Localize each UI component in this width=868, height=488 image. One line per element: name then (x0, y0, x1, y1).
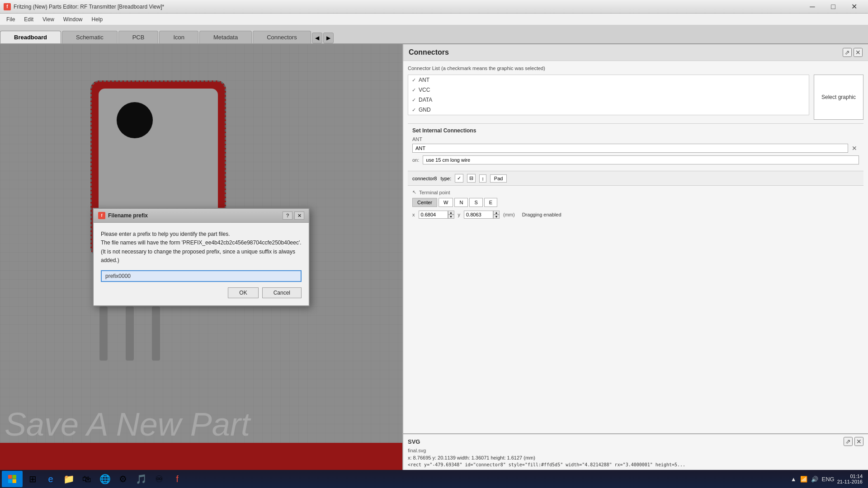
title-bar: f Fritzing (New) Parts Editor: RF Transm… (0, 0, 868, 14)
connector-id-label: connector8 (412, 176, 437, 181)
y-label: y (458, 212, 461, 217)
modal-ok-button[interactable]: OK (228, 287, 258, 298)
taskbar-clock[interactable]: 01:14 21-11-2016 (837, 474, 866, 484)
start-button[interactable] (2, 471, 23, 487)
connectors-list-label: Connector List (a checkmark means the gr… (408, 66, 863, 71)
media-button[interactable]: 🎵 (133, 471, 149, 487)
explorer-button[interactable]: 📁 (61, 471, 77, 487)
select-graphic-button[interactable]: Select graphic (814, 75, 863, 120)
svg-title: SVG (408, 438, 420, 445)
svg-rect-1 (13, 475, 17, 479)
menu-view[interactable]: View (38, 15, 59, 23)
y-decrement-button[interactable]: ▼ (493, 215, 500, 219)
ic-description-input[interactable] (423, 155, 859, 164)
menu-bar: File Edit View Window Help (0, 14, 868, 25)
ic-name-input[interactable] (412, 144, 848, 153)
menu-edit[interactable]: Edit (19, 15, 38, 23)
connector-row-data[interactable]: ✓ DATA (408, 95, 809, 105)
tab-breadboard[interactable]: Breadboard (0, 31, 61, 43)
arduino-button[interactable]: ♾ (151, 471, 167, 487)
tab-metadata[interactable]: Metadata (199, 31, 252, 43)
x-label: x (412, 212, 415, 217)
type-label-text: type: (440, 176, 451, 181)
x-decrement-button[interactable]: ▼ (448, 215, 454, 219)
ie-button[interactable]: e (42, 471, 59, 487)
y-spinner: ▲ ▼ (464, 211, 500, 219)
dir-s-button[interactable]: S (469, 198, 482, 207)
settings-button[interactable]: ⚙ (115, 471, 131, 487)
connector-row-gnd[interactable]: ✓ GND (408, 105, 809, 115)
svg-close-button[interactable]: ✕ (854, 437, 863, 446)
dir-w-button[interactable]: W (439, 198, 453, 207)
internal-connections-section: Set Internal Connections ANT ✕ on: (408, 123, 863, 171)
clock-time: 01:14 (837, 474, 863, 479)
modal-help-button[interactable]: ? (283, 211, 292, 220)
tray-expand-icon[interactable]: ▲ (790, 476, 797, 483)
volume-icon[interactable]: 🔊 (810, 476, 819, 483)
modal-cancel-button[interactable]: Cancel (262, 287, 302, 298)
y-increment-button[interactable]: ▲ (493, 211, 500, 215)
svg-rect-2 (8, 479, 12, 483)
tab-connectors[interactable]: Connectors (253, 31, 311, 43)
svg-rect-0 (8, 475, 12, 479)
lang-icon[interactable]: ENG (821, 476, 835, 483)
tab-scroll-left[interactable]: ◀ (312, 33, 322, 43)
right-panel: Connectors ⇗ ✕ Connector List (a checkma… (402, 44, 868, 470)
svg-header: SVG ⇗ ✕ (408, 437, 863, 446)
menu-help[interactable]: Help (87, 15, 108, 23)
ic-description-row: on: (412, 155, 859, 164)
tab-scroll-right[interactable]: ▶ (323, 33, 334, 43)
x-input[interactable] (419, 211, 448, 219)
pad-badge: Pad (490, 174, 507, 183)
modal-icon: f (98, 212, 105, 219)
ic-delete-button[interactable]: ✕ (850, 144, 859, 153)
window-controls: ─ □ ✕ (802, 0, 864, 14)
terminal-direction-buttons: Center W N S E (412, 198, 859, 207)
x-increment-button[interactable]: ▲ (448, 211, 454, 215)
modal-close-button[interactable]: ✕ (294, 211, 304, 220)
tab-pcb[interactable]: PCB (118, 31, 159, 43)
dir-center-button[interactable]: Center (412, 198, 437, 207)
svg-expand-button[interactable]: ⇗ (844, 437, 853, 446)
dir-n-button[interactable]: N (454, 198, 468, 207)
close-button[interactable]: ✕ (844, 0, 864, 14)
task-view-button[interactable]: ⊞ (24, 471, 41, 487)
menu-window[interactable]: Window (59, 15, 87, 23)
panel-expand-button[interactable]: ⇗ (843, 48, 852, 57)
terminal-cursor-icon: ↖ (412, 189, 416, 195)
browser-button[interactable]: 🌐 (97, 471, 113, 487)
svg-header-icons: ⇗ ✕ (844, 437, 863, 446)
connector-name-data: DATA (419, 97, 805, 103)
fritzing-button[interactable]: f (169, 471, 185, 487)
filename-modal: f Filename prefix ? ✕ Please enter a pre… (93, 208, 310, 306)
ic-input-row: ✕ (412, 144, 859, 153)
modal-titlebar: f Filename prefix ? ✕ (94, 209, 309, 223)
panel-close-button[interactable]: ✕ (854, 48, 863, 57)
y-input[interactable] (464, 211, 493, 219)
tab-icon[interactable]: Icon (159, 31, 198, 43)
connector-name-vcc: VCC (419, 87, 805, 93)
type-arrow-button[interactable]: ↕ (479, 174, 486, 183)
type-check-button[interactable]: ✓ (455, 174, 463, 183)
system-tray: ▲ 📶 🔊 ENG (790, 476, 835, 483)
prefix-input[interactable] (101, 270, 302, 282)
connector-info-bar: connector8 type: ✓ ⊟ ↕ Pad (408, 171, 863, 185)
maximize-button[interactable]: □ (823, 0, 844, 14)
type-minus-button[interactable]: ⊟ (467, 174, 476, 183)
connector-row-ant[interactable]: ✓ ANT (408, 75, 809, 85)
minimize-button[interactable]: ─ (802, 0, 823, 14)
svg-rect-3 (13, 479, 17, 483)
store-button[interactable]: 🛍 (79, 471, 95, 487)
check-icon-data: ✓ (412, 97, 416, 103)
dir-e-button[interactable]: E (484, 198, 497, 207)
connector-row-vcc[interactable]: ✓ VCC (408, 85, 809, 95)
menu-file[interactable]: File (2, 15, 19, 23)
connectors-list: ✓ ANT ✓ VCC ✓ DATA ✓ GND (408, 75, 809, 115)
network-icon[interactable]: 📶 (799, 476, 808, 483)
tab-schematic[interactable]: Schematic (62, 31, 118, 43)
unit-label: (mm) (503, 212, 515, 217)
modal-title: Filename prefix (108, 212, 148, 219)
connector-name-ant: ANT (419, 77, 805, 83)
modal-buttons: OK Cancel (101, 287, 302, 298)
canvas-area[interactable]: RF Transmitter GND DATA VCC Save A N (0, 44, 402, 470)
